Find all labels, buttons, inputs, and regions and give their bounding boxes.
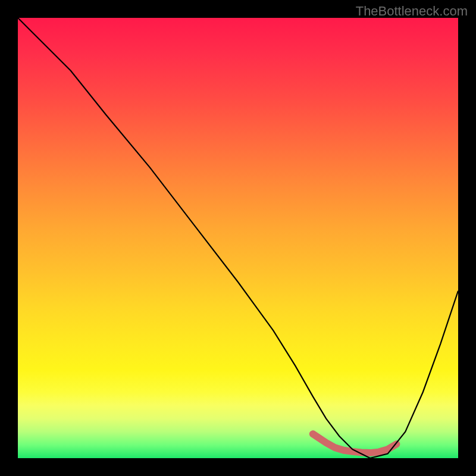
chart-svg-layer (18, 18, 458, 458)
bottleneck-curve-line (18, 18, 458, 458)
chart-plot-area (18, 18, 458, 458)
watermark-text: TheBottleneck.com (356, 4, 468, 19)
